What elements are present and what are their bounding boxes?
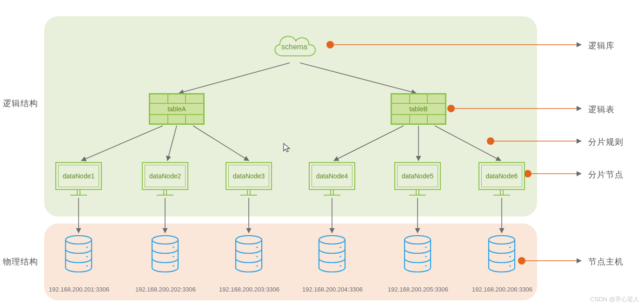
legend-dot-host	[518, 257, 525, 264]
legend-schema-label: 逻辑库	[588, 40, 615, 51]
table-b-label: tableB	[392, 103, 445, 115]
legend-host-label: 节点主机	[588, 256, 624, 267]
datanode-2-icon: dataNode2	[142, 162, 188, 196]
physical-panel	[44, 224, 537, 300]
watermark: CSDN @开心星人	[590, 295, 639, 304]
legend-table-label: 逻辑表	[588, 104, 615, 115]
section-logical-label: 逻辑结构	[3, 98, 40, 109]
datanode-4-label: dataNode4	[312, 165, 352, 187]
db-host-6-label: 192.168.200.206:3306	[470, 286, 535, 293]
legend-dot-node	[524, 170, 531, 177]
datanode-5-icon: dataNode5	[394, 162, 441, 196]
db-host-1-icon	[64, 235, 93, 273]
schema-label: schema	[281, 43, 307, 51]
table-a-icon: tableA	[149, 93, 205, 125]
legend-rule-label: 分片规则	[588, 136, 624, 148]
datanode-3-label: dataNode3	[228, 165, 269, 187]
db-host-5-icon	[403, 235, 432, 273]
section-physical-label: 物理结构	[3, 256, 40, 267]
table-b-icon: tableB	[391, 93, 446, 125]
db-host-2-label: 192.168.200.202:3306	[133, 286, 198, 293]
datanode-1-label: dataNode1	[58, 165, 99, 187]
datanode-4-icon: dataNode4	[309, 162, 355, 196]
datanode-5-label: dataNode5	[397, 165, 438, 187]
mouse-cursor-icon	[283, 142, 291, 153]
db-host-4-icon	[317, 235, 347, 273]
schema-cloud-icon: schema	[269, 29, 320, 62]
datanode-6-icon: dataNode6	[478, 162, 525, 196]
datanode-1-icon: dataNode1	[55, 162, 102, 196]
legend-dot-rule	[487, 137, 494, 145]
datanode-2-label: dataNode2	[145, 165, 186, 187]
db-host-4-label: 192.168.200.204:3306	[300, 286, 365, 293]
db-host-3-label: 192.168.200.203:3306	[217, 286, 282, 293]
db-host-1-label: 192.168.200.201:3306	[46, 286, 112, 293]
db-host-2-icon	[150, 235, 180, 273]
datanode-3-icon: dataNode3	[226, 162, 272, 196]
legend-node-label: 分片节点	[588, 169, 624, 180]
table-a-label: tableA	[150, 103, 204, 115]
legend-dot-schema	[326, 41, 334, 48]
db-host-6-icon	[487, 235, 517, 273]
db-host-5-label: 192.168.200.205:3306	[385, 286, 451, 293]
db-host-3-icon	[234, 235, 264, 273]
datanode-6-label: dataNode6	[481, 165, 522, 187]
legend-dot-table	[447, 105, 455, 112]
